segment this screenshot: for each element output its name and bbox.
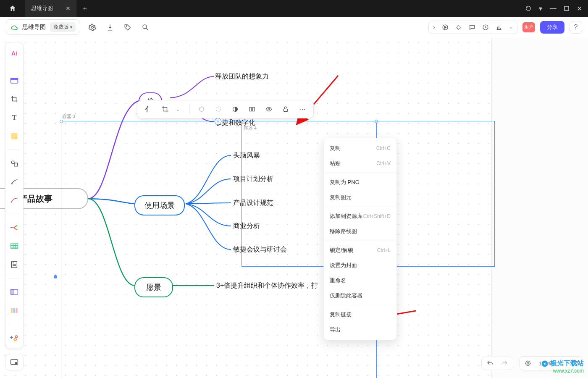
svg-rect-29 (11, 289, 13, 294)
sb-pen-icon[interactable] (8, 195, 20, 205)
sparkle-icon[interactable] (455, 24, 462, 31)
svg-rect-34 (14, 338, 17, 341)
sb-columns-icon[interactable] (8, 305, 20, 315)
help-button[interactable]: ? (570, 21, 582, 34)
doc-info-group: 思维导图 免费版▾ (6, 19, 80, 35)
user-avatar[interactable]: 用户 (522, 22, 535, 32)
close-icon[interactable]: ✕ (577, 5, 582, 13)
cm-set-cover[interactable]: 设置为封面 (324, 258, 396, 273)
sb-sticky-icon[interactable] (8, 131, 20, 141)
sb-frame-icon[interactable] (8, 76, 20, 86)
cm-rename[interactable]: 重命名 (324, 273, 396, 288)
cloud-icon (10, 24, 18, 30)
settings-icon[interactable] (88, 23, 97, 32)
download-icon[interactable] (105, 23, 115, 32)
svg-rect-30 (11, 308, 13, 313)
refresh-icon[interactable] (525, 5, 531, 11)
doc-type-label[interactable]: 思维导图 (22, 24, 46, 31)
svg-point-21 (11, 161, 14, 164)
svg-rect-27 (12, 262, 17, 268)
svg-point-16 (527, 362, 529, 364)
sb-kanban-icon[interactable] (8, 287, 20, 297)
canvas[interactable]: Mix产品故事 价 释放团队的想象力 敏捷和数字化 使用场景 头脑风暴 项目计划… (0, 38, 588, 378)
chart-icon[interactable] (496, 24, 502, 31)
svg-point-24 (16, 225, 17, 226)
sb-ai-icon[interactable]: Ai (8, 48, 20, 58)
svg-point-7 (216, 107, 221, 112)
svg-point-36 (16, 362, 17, 364)
ft-more-icon[interactable]: ⋯ (297, 104, 307, 114)
svg-rect-26 (11, 244, 18, 249)
ft-unlock-icon[interactable] (281, 104, 291, 114)
cm-remove-route[interactable]: 移除路线图 (324, 224, 396, 239)
minimize-icon[interactable]: — (550, 5, 556, 12)
cm-lock[interactable]: 锁定/解锁Ctrl+L (324, 243, 396, 258)
cm-add-library[interactable]: 添加到资源库Ctrl+Shift+D (324, 209, 396, 224)
chevron-right-icon[interactable]: › (433, 24, 435, 31)
svg-rect-32 (16, 308, 17, 313)
anchor-dot (54, 275, 57, 278)
new-tab-button[interactable]: ＋ (76, 4, 93, 13)
dropdown-icon[interactable]: ▾ (539, 5, 542, 13)
sb-connector-icon[interactable] (8, 177, 20, 187)
ft-contrast-icon[interactable] (230, 104, 240, 114)
search-icon[interactable] (141, 23, 150, 32)
redo-icon[interactable] (501, 360, 508, 366)
tab-mindmap[interactable]: 思维导图 ✕ (25, 0, 76, 17)
ft-circle-icon[interactable] (197, 104, 207, 114)
home-button[interactable] (0, 0, 25, 17)
cm-copy-link[interactable]: 复制链接 (324, 307, 396, 322)
sb-crop-icon[interactable] (8, 94, 20, 104)
right-tool-pill: › ⌄ (428, 21, 517, 34)
svg-point-2 (126, 25, 127, 26)
leaf-imagination[interactable]: 释放团队的想象力 (215, 72, 269, 81)
sb-doc-icon[interactable] (8, 260, 20, 270)
ft-crop-chevron-icon[interactable]: ⌄ (173, 104, 183, 114)
tab-close-icon[interactable]: ✕ (66, 5, 71, 12)
tag-icon[interactable] (123, 23, 132, 32)
cm-export[interactable]: 导出 (324, 322, 396, 337)
svg-point-33 (16, 336, 18, 338)
selection-label-left: 容器 3 (62, 113, 75, 120)
svg-point-15 (525, 361, 530, 366)
ft-text-icon[interactable]: 亻 (143, 104, 153, 114)
comment-icon[interactable] (469, 24, 475, 31)
ft-circle-dashed-icon[interactable] (213, 104, 223, 114)
cm-paste[interactable]: 粘贴Ctrl+V (324, 156, 396, 171)
svg-point-3 (143, 25, 147, 29)
undo-icon[interactable] (487, 360, 494, 366)
sb-text-icon[interactable]: T (8, 113, 20, 123)
watermark: 极光下载站 www.xz7.com (541, 359, 584, 374)
sb-mindmap-icon[interactable] (8, 223, 20, 233)
cm-delete-container[interactable]: 仅删除此容器 (324, 288, 396, 303)
sb-add-shapes-icon[interactable] (8, 333, 20, 343)
svg-point-1 (92, 26, 94, 28)
svg-rect-0 (564, 6, 569, 10)
cm-copy-shape[interactable]: 复制图元 (324, 190, 396, 205)
svg-rect-9 (249, 107, 252, 111)
context-menu: 复制Ctrl+C 粘贴Ctrl+V 复制为 PNG 复制图元 添加到资源库Ctr… (323, 138, 397, 340)
toolbar: 思维导图 免费版▾ › ⌄ 用户 分享 ? (0, 17, 588, 38)
bottom-left-button[interactable] (5, 354, 24, 370)
floating-toolbar: 亻 ⌄ ⋯ (137, 100, 314, 118)
sb-shapes-icon[interactable] (8, 158, 20, 168)
share-button[interactable]: 分享 (540, 21, 564, 34)
svg-point-6 (200, 107, 204, 112)
sb-table-icon[interactable] (8, 241, 20, 251)
history-icon[interactable] (482, 24, 489, 31)
maximize-icon[interactable] (564, 6, 569, 11)
ft-crop-icon[interactable] (160, 104, 170, 114)
ft-eye-icon[interactable] (264, 104, 274, 114)
ft-layout-icon[interactable] (247, 104, 257, 114)
left-sidebar: Ai T (5, 42, 24, 349)
target-icon[interactable] (525, 360, 531, 367)
svg-rect-20 (11, 133, 18, 139)
play-icon[interactable] (442, 24, 449, 31)
svg-point-25 (16, 229, 17, 230)
plan-badge[interactable]: 免费版▾ (50, 22, 76, 32)
selection-add-button[interactable]: + (215, 118, 221, 125)
cm-copy[interactable]: 复制Ctrl+C (324, 141, 396, 156)
svg-rect-22 (14, 163, 18, 166)
cm-copy-png[interactable]: 复制为 PNG (324, 175, 396, 190)
more-chevron-icon[interactable]: ⌄ (509, 24, 513, 30)
